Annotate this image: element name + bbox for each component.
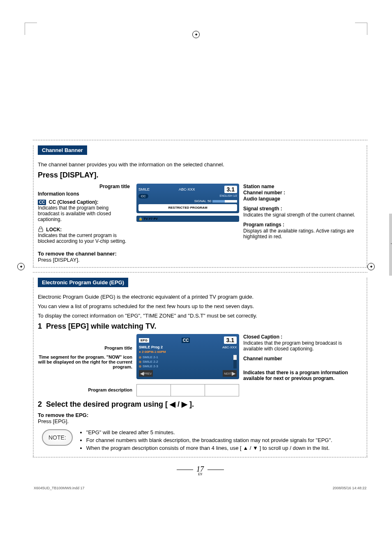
cc-closed-caption-title: CC (Closed Caption):	[49, 199, 99, 205]
lock-desc: Indicates that the current program is bl…	[38, 233, 130, 244]
signal-bar-icon	[212, 200, 237, 203]
note-item-2: When the program description consists of…	[86, 445, 332, 451]
label-program-description: Program description	[38, 387, 132, 392]
label-epg-program-title: Program title	[38, 345, 132, 350]
bullet-icon	[139, 356, 141, 359]
registration-mark-icon	[192, 31, 200, 38]
epg-time-segment: ● 2:00PM-1:00PM	[139, 350, 237, 354]
label-next-prev-info: Indicates that there is a program inform…	[243, 370, 358, 381]
label-program-ratings: Program ratings :	[243, 222, 358, 228]
epg-intro-1: Electronic Program Guide (EPG) is the el…	[38, 294, 362, 300]
registration-mark-icon	[367, 263, 375, 270]
svg-rect-0	[39, 229, 43, 232]
epg-cc-icon: CC	[182, 338, 190, 343]
epg-section: Electronic Program Guide (EPG) Electroni…	[33, 272, 367, 458]
remove-epg-title: To remove the EPG:	[38, 412, 362, 418]
epg-intro-3: To display the correct information on "E…	[38, 313, 362, 319]
signal-label: SIGNAL	[194, 199, 206, 203]
next-label: NEXT	[224, 372, 232, 375]
desc-closed-caption: Indicates that the program being broadca…	[243, 340, 358, 352]
crop-mark	[25, 23, 37, 35]
epg-item-0: SMILE 2-1	[143, 355, 158, 359]
epg-station: ABC-XXX	[222, 345, 237, 349]
step-1-instruction: Press [EPG] while watching TV.	[46, 322, 156, 331]
note-item-1: For channel numbers with blank descripti…	[86, 437, 332, 443]
display-button-ref: [DISPLAY]	[53, 257, 78, 263]
step-number-1: 1	[38, 322, 42, 331]
note-block: NOTE: "EPG" will be cleared after 5 minu…	[42, 429, 362, 453]
prev-label: PREV	[144, 372, 152, 375]
lock-icon-small: 🔒	[138, 217, 143, 221]
page-number: 17 EN	[33, 465, 367, 476]
footer-metadata: X6045UD_TB100MW9.indd 17 2008/05/16 14:4…	[33, 486, 367, 490]
label-channel-number-epg: Channel number	[243, 356, 358, 362]
epg-mock: EPG CC 3.1 SMILE Prog 2 ABC-XXX ● 2:00PM…	[136, 334, 239, 379]
left-arrow-icon: ◀	[140, 371, 144, 376]
lock-title: LOCK:	[46, 227, 62, 233]
epg-program-title: SMILE Prog 2	[139, 345, 222, 349]
page-number-value: 17	[196, 465, 204, 473]
remove-channel-banner-action: Press [DISPLAY].	[38, 257, 362, 263]
desc-program-ratings: Displays all the available ratings. Acti…	[243, 228, 358, 240]
page-number-suffix: EN	[33, 472, 367, 476]
label-audio-language: Audio language	[243, 196, 358, 202]
scrollbar-thumb	[233, 355, 237, 360]
registration-mark-icon	[17, 263, 25, 270]
label-time-segment: Time segment for the program. "NOW" icon…	[38, 355, 132, 369]
step-2-instruction: Select the desired program using [ ◀ / ▶…	[46, 400, 194, 409]
label-signal-strength: Signal strength :	[243, 206, 358, 212]
epg-channel-number: 3.1	[224, 336, 237, 344]
remove-epg-action: Press [EPG].	[38, 418, 362, 424]
desc-signal-strength: Indicates the signal strength of the cur…	[243, 212, 358, 218]
rating-footer: 🔒 TV-Y7 FV	[136, 216, 239, 222]
label-channel-number: Channel number :	[243, 190, 358, 196]
section-heading-epg: Electronic Program Guide (EPG)	[38, 278, 128, 287]
prev-button: ◀PREV	[139, 370, 153, 377]
channel-banner-mock: SMILE ABC-XXX 3.1 CC ENGLISH 1/2 SIGNAL …	[136, 184, 239, 213]
section-heading-channel-banner: Channel Banner	[38, 145, 87, 155]
banner-station: ABC-XXX	[179, 187, 195, 191]
step-number-2: 2	[38, 400, 42, 409]
rating-value: TV-Y7 FV	[143, 217, 158, 221]
channel-banner-section: Channel Banner The channel banner provid…	[33, 140, 367, 268]
epg-diagram: Program title Time segment for the progr…	[38, 334, 362, 396]
banner-channel-number: 3.1	[224, 186, 237, 193]
banner-audio-lang: ENGLISH 1/2	[220, 194, 237, 197]
cc-closed-caption-desc: Indicates that the program being broadca…	[38, 205, 130, 222]
label-closed-caption: Closed Caption :	[243, 334, 358, 340]
note-item-0: "EPG" will be cleared after 5 minutes.	[86, 429, 332, 435]
banner-smile: SMILE	[138, 187, 150, 191]
epg-time-segment-text: 2:00PM-1:00PM	[142, 350, 166, 354]
remove-channel-banner-title: To remove the channel banner:	[38, 251, 362, 257]
right-arrow-icon: ▶	[232, 371, 235, 376]
bullet-icon	[139, 361, 141, 363]
epg-intro-2: You can view a list of programs schedule…	[38, 303, 362, 309]
lock-icon	[38, 226, 44, 232]
scrollbar	[233, 355, 237, 368]
instruction-press-display: Press [DISPLAY].	[38, 171, 362, 180]
signal-value: 50	[208, 199, 211, 203]
epg-tag: EPG	[139, 338, 149, 343]
footer-right: 2008/05/16 14:48:22	[332, 486, 367, 490]
label-station-name: Station name	[243, 184, 358, 189]
label-program-title: Program title	[38, 184, 130, 189]
cc-icon: CC	[38, 200, 46, 205]
restricted-program-box: RESTRICTED PROGRAM	[138, 204, 237, 211]
channel-banner-intro: The channel banner provides you with the…	[38, 161, 362, 168]
note-badge: NOTE:	[42, 429, 73, 446]
epg-button-ref: [EPG]	[53, 418, 67, 424]
crop-mark	[355, 23, 367, 35]
epg-item-1: SMILE 2-2	[143, 360, 158, 364]
banner-cc-pill: CC	[138, 194, 148, 198]
bullet-icon	[139, 365, 141, 368]
epg-item-2: SMILE 2-3	[143, 364, 158, 368]
label-information-icons: Information Icons	[38, 191, 130, 197]
channel-banner-diagram: Program title Information Icons CC CC (C…	[38, 184, 362, 247]
footer-left: X6045UD_TB100MW9.indd 17	[34, 486, 85, 490]
epg-description-callout	[136, 384, 239, 396]
next-button: NEXT▶	[223, 370, 237, 377]
side-tab-basic-operation: Basic Operation	[389, 214, 392, 276]
